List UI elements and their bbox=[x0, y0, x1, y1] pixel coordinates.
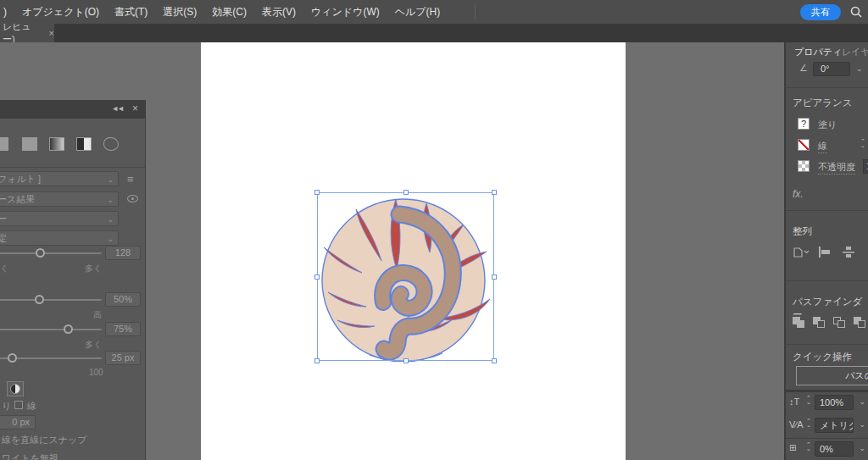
opacity-value-field[interactable]: 10 bbox=[863, 159, 868, 174]
eye-icon[interactable] bbox=[127, 195, 138, 202]
slider-value-field[interactable]: 50% bbox=[105, 292, 141, 307]
align-vertical-center-icon[interactable] bbox=[842, 246, 855, 258]
workspace: ◄◄ × フォルト ] ⌄ ≡ ース結果 ⌄ ー ⌄ 定 ⌄ bbox=[0, 42, 868, 460]
selection-handle[interactable] bbox=[492, 190, 497, 195]
trace-palette-value: 定 bbox=[0, 233, 7, 243]
menu-item-type[interactable]: 書式(T) bbox=[114, 5, 147, 19]
trace-preset-highcolor-icon[interactable] bbox=[22, 137, 37, 151]
align-left-icon[interactable] bbox=[818, 246, 832, 258]
slider-knob[interactable] bbox=[36, 248, 45, 258]
chevron-down-icon: ⌄ bbox=[107, 232, 114, 246]
slider-right-label: 高 bbox=[93, 309, 102, 321]
trace-preset-outline-icon[interactable] bbox=[103, 137, 119, 151]
stroke-width-stepper[interactable]: ⌃⌄ bbox=[860, 139, 865, 147]
stroke-checkbox[interactable] bbox=[14, 401, 23, 409]
menu-item-window[interactable]: ウィンドウ(W) bbox=[311, 5, 380, 19]
tracking-icon: ⊞ bbox=[789, 443, 796, 452]
chevron-down-icon[interactable]: ⌄ bbox=[859, 444, 865, 452]
panel-title-bar[interactable]: ◄◄ × bbox=[0, 100, 145, 119]
selected-artwork[interactable] bbox=[317, 192, 495, 362]
selection-handle[interactable] bbox=[314, 274, 320, 280]
chevron-down-icon[interactable]: ⌄ bbox=[859, 420, 865, 429]
slider-knob[interactable] bbox=[35, 295, 44, 304]
trace-mode-select[interactable]: ー ⌄ bbox=[0, 211, 119, 226]
divider bbox=[786, 344, 868, 345]
trace-preset-blackwhite-icon[interactable] bbox=[76, 137, 92, 151]
selection-handle[interactable] bbox=[314, 190, 320, 195]
tab-close-icon[interactable]: × bbox=[49, 28, 54, 38]
menu-item-object[interactable]: オブジェクト(O) bbox=[22, 5, 99, 19]
menu-item-select[interactable]: 選択(S) bbox=[163, 5, 197, 19]
stroke-label: 線 bbox=[818, 140, 827, 153]
selection-handle[interactable] bbox=[492, 274, 497, 280]
pathfinder-minus-front-icon[interactable] bbox=[813, 317, 827, 330]
panel-separator bbox=[786, 390, 868, 392]
document-tab-bar: レビュー) × bbox=[0, 24, 868, 42]
stroke-width-field[interactable]: 0 px bbox=[0, 415, 36, 430]
menu-bar: ) オブジェクト(O) 書式(T) 選択(S) 効果(C) 表示(V) ウィンド… bbox=[0, 0, 868, 24]
kerning-field[interactable]: メトリク bbox=[815, 418, 854, 433]
pathfinder-exclude-icon[interactable] bbox=[854, 317, 868, 330]
trace-view-select[interactable]: ース結果 ⌄ bbox=[0, 191, 119, 207]
slider-value-field[interactable]: 128 bbox=[105, 246, 141, 260]
rotate-icon: ∠ bbox=[799, 63, 808, 74]
properties-panel: プロパティ レイヤー ∠ 0° ⌄ アピアランス ? 塗り 線 ⌃⌄ 不透明度 … bbox=[784, 42, 868, 460]
collapse-panel-icon[interactable]: ◄◄ bbox=[111, 103, 123, 114]
selection-handle[interactable] bbox=[492, 358, 497, 363]
slider-track[interactable] bbox=[0, 299, 102, 301]
vertical-scale-field[interactable]: 100% bbox=[815, 395, 854, 410]
menu-divider bbox=[475, 4, 476, 19]
slider-track[interactable] bbox=[0, 252, 102, 254]
trace-method-button[interactable] bbox=[7, 381, 24, 396]
divider bbox=[786, 438, 868, 439]
panel-menu-icon[interactable]: ≡ bbox=[127, 173, 134, 186]
align-to-selection-icon[interactable] bbox=[793, 246, 806, 258]
vertical-scale-icon: ↕T bbox=[789, 396, 799, 407]
stroke-swatch[interactable] bbox=[798, 139, 810, 151]
search-icon[interactable] bbox=[849, 5, 863, 19]
quick-actions-header: クイック操作 bbox=[793, 351, 852, 363]
fill-swatch[interactable]: ? bbox=[798, 118, 810, 130]
divider bbox=[0, 167, 145, 168]
menu-item-effect[interactable]: 効果(C) bbox=[212, 5, 247, 19]
trace-preset-grayscale-icon[interactable] bbox=[49, 137, 64, 151]
tracking-field[interactable]: 0% bbox=[815, 441, 854, 457]
selection-handle[interactable] bbox=[314, 358, 320, 363]
trace-preset-select[interactable]: フォルト ] ⌄ bbox=[0, 171, 119, 186]
slider-value-field[interactable]: 75% bbox=[105, 322, 141, 336]
fx-button[interactable]: fx. bbox=[793, 188, 804, 200]
document-tab[interactable]: レビュー) × bbox=[0, 24, 54, 42]
slider-left-label: く bbox=[0, 263, 8, 274]
pathfinder-intersect-icon[interactable] bbox=[833, 317, 848, 330]
menu-item-cut[interactable]: ) bbox=[3, 6, 7, 18]
pathfinder-unite-icon[interactable] bbox=[793, 317, 807, 330]
close-panel-icon[interactable]: × bbox=[132, 103, 138, 114]
kerning-stepper[interactable]: ⌃⌄ bbox=[806, 418, 811, 427]
slider-value-field[interactable]: 25 px bbox=[105, 351, 141, 365]
artboard-canvas[interactable] bbox=[201, 42, 626, 460]
snap-option-label: 線を直線にスナップ bbox=[2, 434, 87, 446]
opacity-swatch[interactable] bbox=[798, 160, 810, 172]
slider-knob[interactable] bbox=[64, 324, 73, 334]
selection-handle[interactable] bbox=[403, 358, 409, 363]
chevron-down-icon[interactable]: ⌄ bbox=[859, 397, 865, 406]
simplify-path-button[interactable]: パスの bbox=[796, 366, 868, 385]
trace-preset-auto-icon[interactable] bbox=[0, 137, 8, 151]
menu-item-view[interactable]: 表示(V) bbox=[262, 5, 296, 19]
menu-item-help[interactable]: ヘルプ(H) bbox=[395, 5, 441, 19]
chevron-down-icon[interactable]: ⌄ bbox=[856, 64, 863, 73]
slider-track[interactable] bbox=[0, 329, 102, 330]
tracking-stepper[interactable]: ⌃⌄ bbox=[806, 442, 811, 451]
slider-track[interactable] bbox=[0, 357, 102, 359]
share-button[interactable]: 共有 bbox=[800, 4, 841, 20]
image-trace-panel: ◄◄ × フォルト ] ⌄ ≡ ース結果 ⌄ ー ⌄ 定 ⌄ bbox=[0, 100, 146, 460]
slider-knob[interactable] bbox=[8, 353, 17, 363]
fill-label: 塗り bbox=[818, 119, 837, 131]
selection-handle[interactable] bbox=[403, 190, 409, 195]
trace-palette-select[interactable]: 定 ⌄ bbox=[0, 230, 119, 246]
tab-layers[interactable]: レイヤー bbox=[842, 46, 868, 58]
trace-view-value: ース結果 bbox=[0, 194, 35, 204]
vertical-scale-stepper[interactable]: ⌃⌄ bbox=[806, 396, 811, 404]
tab-properties[interactable]: プロパティ bbox=[794, 46, 842, 58]
rotate-field[interactable]: 0° bbox=[813, 62, 850, 76]
